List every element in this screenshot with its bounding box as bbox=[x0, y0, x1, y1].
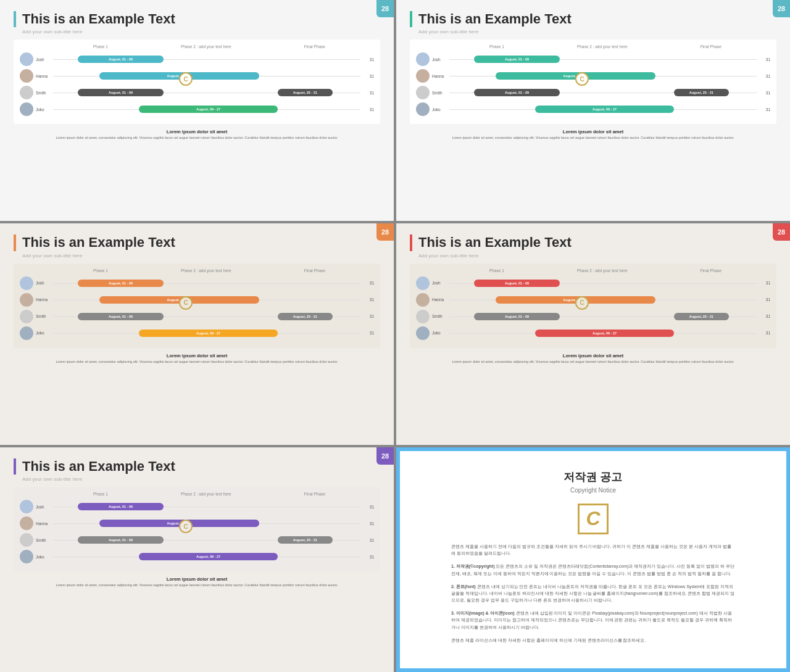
slide-4-gantt: Phase 1 Phase 2 : add your text here Fin… bbox=[410, 263, 776, 348]
slide-5-subtitle: Add your own sub-title here bbox=[14, 476, 380, 482]
desc-5-title: Lorem ipsum dolor sit amet bbox=[14, 576, 380, 582]
avatar-smith-1 bbox=[20, 86, 33, 99]
copyright-footer: 콘텐츠 제품 라이선스에 대한 자세한 사항은 홈페이지에 하신에 기재된 콘텐… bbox=[451, 638, 646, 642]
desc-3-title: Lorem ipsum dolor sit amet bbox=[14, 353, 380, 359]
gantt-row-hanna-3: Hanna August, 04 - 18 C 31 bbox=[20, 293, 374, 307]
gantt-row-joko-1: Joko August, 09 - 27 31 bbox=[20, 102, 374, 116]
track-joko-5: August, 09 - 27 bbox=[53, 552, 360, 561]
track-josh-1: August, 01 - 09 bbox=[53, 55, 360, 64]
slide-2-subtitle: Add your own sub-title here bbox=[410, 29, 776, 35]
copyright-intro: 콘텐츠 제품을 사용하기 전에 다음의 법규와 조건들을 자세히 읽어 주시기 … bbox=[451, 544, 731, 555]
name-smith-2: Smith bbox=[432, 91, 449, 95]
slide-5-desc: Lorem ipsum dolor sit amet Lorem ipsum d… bbox=[14, 576, 380, 588]
slide-1-badge: 28 bbox=[376, 0, 394, 17]
track-smith-5: August, 01 - 09 August, 25 - 31 bbox=[53, 536, 360, 544]
avatar-joko-2 bbox=[416, 102, 430, 116]
avatar-smith-4 bbox=[416, 310, 430, 323]
track-hanna-1: August, 04 - 18 C bbox=[53, 72, 360, 80]
slide-5-gantt: Phase 1 Phase 2 : add your text here Fin… bbox=[14, 487, 380, 571]
copyright-slide: 저작권 공고 Copyright Notice C 콘텐츠 제품을 사용하기 전… bbox=[396, 447, 790, 672]
name-joko-3: Joko bbox=[36, 331, 53, 335]
name-hanna-5: Hanna bbox=[36, 521, 53, 526]
gantt-row-smith-3: Smith August, 01 - 09 August, 25 - 31 31 bbox=[20, 310, 374, 323]
slide-1-desc: Lorem ipsum dolor sit amet Lorem ipsum d… bbox=[14, 129, 380, 141]
name-smith-5: Smith bbox=[36, 538, 53, 542]
gantt-row-josh-5: Josh August, 01 - 09 31 bbox=[20, 500, 374, 513]
slide-3: 28 This is an Example Text Add your own … bbox=[0, 223, 394, 444]
gantt-1-header: Phase 1 Phase 2 : add your text here Fin… bbox=[20, 44, 374, 49]
track-smith-3: August, 01 - 09 August, 25 - 31 bbox=[53, 312, 360, 321]
desc-4-title: Lorem ipsum dolor sit amet bbox=[410, 353, 776, 359]
slide-5-title: This is an Example Text bbox=[14, 458, 380, 475]
desc-4-body: Lorem ipsum dolor sit amet, consectetur … bbox=[410, 360, 776, 365]
slide-2-title: This is an Example Text bbox=[410, 11, 776, 27]
track-smith-2: August, 01 - 09 August, 25 - 31 bbox=[449, 88, 757, 97]
track-smith-4: August, 01 - 09 August, 25 - 31 bbox=[449, 312, 757, 321]
desc-2-body: Lorem ipsum dolor sit amet, consectetur … bbox=[410, 136, 776, 141]
desc-1-body: Lorem ipsum dolor sit amet, consectetur … bbox=[14, 136, 380, 141]
name-smith-1: Smith bbox=[36, 91, 53, 95]
slide-5-badge: 28 bbox=[376, 447, 394, 465]
gantt-row-josh-4: Josh August, 01 - 09 31 bbox=[416, 276, 770, 290]
slide-2-badge: 28 bbox=[773, 0, 790, 17]
name-hanna-3: Hanna bbox=[36, 297, 53, 302]
gantt-row-hanna-5: Hanna August, 04 - 18 C 31 bbox=[20, 516, 374, 530]
avatar-hanna-5 bbox=[20, 516, 33, 530]
name-hanna-1: Hanna bbox=[36, 74, 53, 78]
track-joko-3: August, 09 - 27 bbox=[53, 329, 360, 338]
slide-4-subtitle: Add your own sub-title here bbox=[410, 253, 776, 259]
avatar-hanna-1 bbox=[20, 69, 33, 83]
slide-4-badge: 28 bbox=[773, 223, 790, 241]
gantt-row-joko-3: Joko August, 09 - 27 31 bbox=[20, 326, 374, 340]
desc-3-body: Lorem ipsum dolor sit amet, consectetur … bbox=[14, 360, 380, 365]
slide-3-desc: Lorem ipsum dolor sit amet Lorem ipsum d… bbox=[14, 353, 380, 365]
track-hanna-4: August, 04 - 18 C bbox=[449, 296, 757, 304]
gantt-row-joko-5: Joko August, 09 - 27 31 bbox=[20, 550, 374, 563]
copyright-section-3: 3. 이미지(image) & 아이콘(icon) 콘텐츠 내에 삽입된 이미지… bbox=[451, 610, 735, 631]
name-smith-4: Smith bbox=[432, 314, 449, 318]
name-joko-2: Joko bbox=[432, 107, 449, 112]
gantt-row-hanna-2: Hanna August, 04 - 18 C 31 bbox=[416, 69, 770, 83]
avatar-hanna-2 bbox=[416, 69, 430, 83]
gantt-row-hanna-4: Hanna August, 04 - 18 C 31 bbox=[416, 293, 770, 307]
gantt-row-smith-4: Smith August, 01 - 09 August, 25 - 31 31 bbox=[416, 310, 770, 323]
avatar-smith-3 bbox=[20, 310, 33, 323]
copyright-section-2-text: 콘텐츠 내에 상기되는 안전 폰트는 네이버 나눔폰트의 저작권을 따릅니다. … bbox=[451, 584, 734, 602]
copyright-section-2-title: 2. 폰트(font) bbox=[451, 584, 476, 589]
name-josh-3: Josh bbox=[36, 281, 53, 285]
gantt-row-josh-2: Josh August, 01 - 09 31 bbox=[416, 52, 770, 66]
copyright-section-4: 콘텐츠 제품 라이선스에 대한 자세한 사항은 홈페이지에 하신에 기재된 콘텐… bbox=[451, 637, 735, 644]
copyright-section-2: 2. 폰트(font) 콘텐츠 내에 상기되는 안전 폰트는 네이버 나눔폰트의… bbox=[451, 583, 735, 604]
copyright-section-3-title: 3. 이미지(image) & 아이콘(icon) bbox=[451, 611, 515, 615]
avatar-joko-3 bbox=[20, 326, 33, 340]
avatar-joko-4 bbox=[416, 326, 430, 340]
gantt-row-josh-3: Josh August, 01 - 09 31 bbox=[20, 276, 374, 290]
slide-1-gantt: Phase 1 Phase 2 : add your text here Fin… bbox=[14, 39, 380, 124]
desc-2-title: Lorem ipsum dolor sit amet bbox=[410, 129, 776, 135]
gantt-5-header: Phase 1 Phase 2 : add your text here Fin… bbox=[20, 492, 374, 496]
track-josh-3: August, 01 - 09 bbox=[53, 279, 360, 288]
gantt-4-header: Phase 1 Phase 2 : add your text here Fin… bbox=[416, 268, 770, 273]
avatar-smith-5 bbox=[20, 533, 33, 547]
name-josh-4: Josh bbox=[432, 281, 449, 285]
slide-1: 28 This is an Example Text Add your own … bbox=[0, 0, 394, 221]
slide-5: 28 This is an Example Text Add your own … bbox=[0, 447, 394, 672]
slide-2-desc: Lorem ipsum dolor sit amet Lorem ipsum d… bbox=[410, 129, 776, 141]
gantt-row-smith-1: Smith August, 01 - 09 August, 25 - 31 31 bbox=[20, 86, 374, 99]
name-joko-4: Joko bbox=[432, 331, 449, 335]
gantt-row-joko-2: Joko August, 09 - 27 31 bbox=[416, 102, 770, 116]
copyright-title: 저작권 공고 bbox=[563, 470, 622, 484]
gantt-row-smith-5: Smith August, 01 - 09 August, 25 - 31 31 bbox=[20, 533, 374, 547]
avatar-hanna-3 bbox=[20, 293, 33, 307]
slide-4: 28 This is an Example Text Add your own … bbox=[396, 223, 790, 444]
desc-5-body: Lorem ipsum dolor sit amet, consectetur … bbox=[14, 583, 380, 588]
avatar-hanna-4 bbox=[416, 293, 430, 307]
gantt-row-smith-2: Smith August, 01 - 09 August, 25 - 31 31 bbox=[416, 86, 770, 99]
slide-4-title: This is an Example Text bbox=[410, 234, 776, 251]
gantt-row-hanna-1: Hanna August, 04 - 18 C 31 bbox=[20, 69, 374, 83]
desc-1-title: Lorem ipsum dolor sit amet bbox=[14, 129, 380, 135]
name-smith-3: Smith bbox=[36, 314, 53, 318]
avatar-josh-2 bbox=[416, 52, 430, 66]
avatar-josh-3 bbox=[20, 276, 33, 290]
gantt-2-header: Phase 1 Phase 2 : add your text here Fin… bbox=[416, 44, 770, 49]
